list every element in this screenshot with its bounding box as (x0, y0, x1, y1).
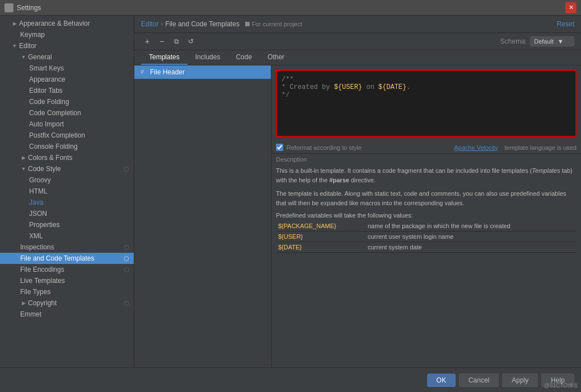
variables-table: ${PACKAGE_NAME} name of the package in w… (276, 221, 577, 253)
sidebar-item-colors-fonts[interactable]: ▶ Colors & Fonts (0, 152, 134, 163)
tab-label: Templates (149, 53, 180, 61)
arrow-icon: ▼ (20, 54, 27, 60)
content-area: Editor › File and Code Templates For cur… (134, 16, 581, 367)
sidebar-item-xml[interactable]: XML (0, 230, 134, 242)
bottom-bar: OK Cancel Apply Help (0, 367, 581, 392)
main-container: ▶ Appearance & Behavior Keymap ▼ Editor … (0, 16, 581, 367)
content-header: Editor › File and Code Templates For cur… (134, 16, 581, 33)
sidebar-item-label: Properties (29, 221, 60, 229)
sidebar-item-file-types[interactable]: File Types (0, 286, 134, 297)
sidebar-item-label: Java (29, 199, 43, 206)
sidebar-item-live-templates[interactable]: Live Templates (0, 275, 134, 286)
sidebar-item-label: Code Style (28, 165, 61, 173)
var-desc: name of the package in which the new fil… (366, 221, 577, 232)
sidebar-item-label: Live Templates (20, 277, 65, 285)
breadcrumb-parent[interactable]: Editor (141, 20, 158, 28)
project-badge-icon (245, 22, 250, 26)
restore-button[interactable]: ↺ (185, 35, 197, 48)
svg-rect-3 (141, 73, 143, 73)
sidebar-item-groovy[interactable]: Groovy (0, 174, 134, 186)
template-item-file-header[interactable]: File Header (134, 65, 271, 79)
tab-includes[interactable]: Includes (188, 50, 228, 65)
template-list: File Header (134, 65, 271, 367)
var-name: ${DATE} (276, 242, 366, 253)
table-row: ${USER} current user system login name (276, 232, 577, 242)
title-bar: Settings ✕ (0, 0, 581, 16)
reformat-checkbox[interactable] (276, 144, 283, 151)
schema-select[interactable]: Default ▼ (530, 36, 574, 46)
sidebar-item-console-folding[interactable]: Console Folding (0, 141, 134, 152)
sidebar-item-emmet[interactable]: Emmet (0, 309, 134, 320)
breadcrumb-current: File and Code Templates (165, 20, 240, 28)
sidebar-item-label: File Encodings (20, 266, 64, 273)
sidebar-item-appearance-behavior[interactable]: ▶ Appearance & Behavior (0, 18, 134, 29)
sidebar-item-code-style[interactable]: ▼ Code Style ⬡ (0, 163, 134, 174)
reset-link[interactable]: Reset (557, 20, 574, 28)
add-button[interactable]: + (141, 35, 153, 48)
toolbar-right: Schema: Default ▼ (500, 36, 574, 46)
arrow-icon: ▶ (20, 154, 27, 161)
tab-label: Other (268, 53, 284, 61)
arrow-icon: ▼ (11, 42, 18, 49)
cancel-button[interactable]: Cancel (459, 374, 499, 387)
project-icon-file-encodings: ⬡ (124, 266, 129, 273)
ok-button[interactable]: OK (427, 374, 456, 387)
var-desc: current user system login name (366, 232, 577, 242)
arrow-icon: ▼ (20, 166, 27, 172)
code-editor[interactable]: /** * Created by ${USER} on ${DATE}. */ (276, 70, 577, 137)
sidebar-item-appearance[interactable]: Appearance (0, 74, 134, 85)
close-button[interactable]: ✕ (565, 2, 577, 13)
toolbar: + − ⧉ ↺ Schema: Default ▼ (134, 33, 581, 50)
predefined-variables-label: Predefined variables will take the follo… (276, 212, 577, 219)
sidebar-item-file-encodings[interactable]: File Encodings ⬡ (0, 264, 134, 275)
sidebar-item-label: Editor Tabs (29, 87, 63, 95)
sidebar-item-html[interactable]: HTML (0, 186, 134, 197)
sidebar-item-copyright[interactable]: ▶ Copyright ⬡ (0, 297, 134, 309)
sidebar-item-editor-tabs[interactable]: Editor Tabs (0, 85, 134, 96)
sidebar-item-json[interactable]: JSON (0, 208, 134, 219)
sidebar-item-label: Emmet (20, 310, 41, 318)
sidebar-item-java[interactable]: Java (0, 197, 134, 208)
toolbar-left: + − ⧉ ↺ (141, 35, 197, 48)
tab-templates[interactable]: Templates (141, 50, 188, 65)
sidebar-item-label: File and Code Templates (20, 254, 95, 262)
tab-code[interactable]: Code (228, 50, 260, 65)
description-title: Description (276, 156, 577, 163)
sidebar-item-properties[interactable]: Properties (0, 219, 134, 230)
sidebar-item-label: Postfix Completion (29, 131, 85, 139)
sidebar-item-label: Copyright (28, 299, 57, 307)
sidebar-item-label: Code Completion (29, 109, 81, 117)
sidebar: ▶ Appearance & Behavior Keymap ▼ Editor … (0, 16, 134, 367)
remove-button[interactable]: − (156, 35, 168, 48)
watermark: @51CTO博客 (544, 382, 579, 390)
sidebar-item-keymap[interactable]: Keymap (0, 29, 134, 40)
project-icon-file-templates: ⬡ (124, 255, 129, 262)
sidebar-item-inspections[interactable]: Inspections ⬡ (0, 242, 134, 253)
sidebar-item-label: Inspections (20, 243, 54, 251)
copy-button[interactable]: ⧉ (170, 35, 182, 48)
template-item-label: File Header (150, 68, 185, 76)
sidebar-item-editor[interactable]: ▼ Editor (0, 40, 134, 51)
sidebar-item-label: Appearance (29, 75, 65, 83)
project-icon-inspections: ⬡ (124, 244, 129, 251)
sidebar-item-code-completion[interactable]: Code Completion (0, 107, 134, 119)
sidebar-item-postfix-completion[interactable]: Postfix Completion (0, 130, 134, 141)
breadcrumb: Editor › File and Code Templates For cur… (141, 20, 302, 28)
sidebar-item-label: HTML (29, 187, 48, 195)
sidebar-item-label: Console Folding (29, 143, 78, 150)
tab-other[interactable]: Other (260, 50, 292, 65)
code-line-3: */ (282, 91, 571, 99)
sidebar-item-general[interactable]: ▼ General (0, 51, 134, 63)
template-file-icon (139, 68, 147, 76)
sidebar-item-file-and-code-templates[interactable]: File and Code Templates ⬡ (0, 253, 134, 264)
schema-value: Default (534, 38, 554, 45)
sidebar-item-auto-import[interactable]: Auto Import (0, 119, 134, 130)
apply-button[interactable]: Apply (502, 374, 538, 387)
sidebar-item-label: Editor (19, 42, 36, 50)
sidebar-item-code-folding[interactable]: Code Folding (0, 96, 134, 107)
sidebar-item-label: Groovy (29, 176, 51, 184)
dropdown-arrow-icon: ▼ (557, 38, 564, 45)
sidebar-item-smart-keys[interactable]: Smart Keys (0, 63, 134, 74)
velocity-link[interactable]: Apache Velocity (454, 144, 498, 151)
arrow-icon: ▶ (20, 300, 27, 306)
